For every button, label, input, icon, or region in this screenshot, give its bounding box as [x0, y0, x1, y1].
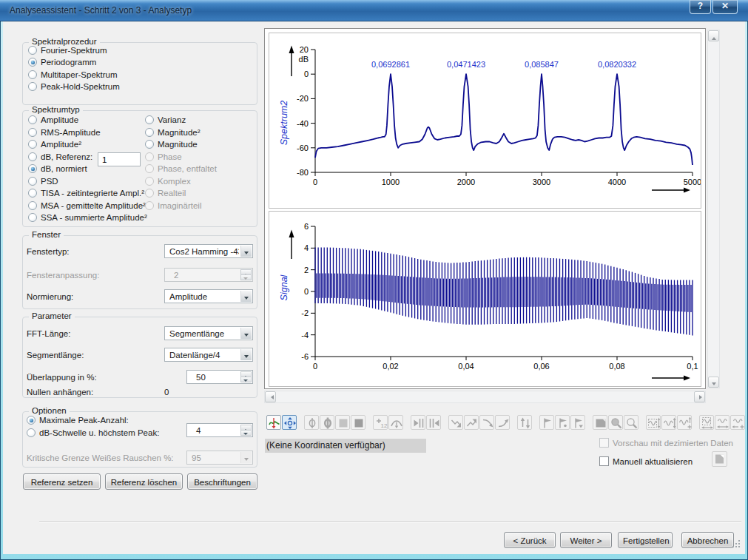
beschriftungen-button[interactable]: Beschriftungen — [187, 473, 257, 490]
svg-text:0,0820332: 0,0820332 — [598, 60, 636, 69]
radio-ssa-summierte-amplitude²[interactable]: SSA - summierte Amplitude² — [28, 212, 147, 223]
radio-circle-icon[interactable] — [27, 428, 36, 437]
radio-label: SSA - summierte Amplitude² — [41, 213, 147, 222]
radio-circle-icon[interactable] — [28, 58, 37, 67]
finish-button[interactable]: Fertigstellen — [618, 532, 673, 548]
spin-down-icon[interactable] — [240, 430, 252, 436]
spectrum-chart[interactable]: 200-20-40-60-80dB0100020003000400050000,… — [269, 33, 701, 209]
close-button[interactable]: ✕ — [712, 0, 738, 14]
radio-circle-icon[interactable] — [27, 416, 36, 425]
radio-multitaper-spektrum[interactable]: Multitaper-Spektrum — [28, 70, 118, 80]
spin-down-icon[interactable] — [240, 377, 252, 382]
radio-circle-icon[interactable] — [28, 82, 37, 91]
add-index-label-icon: 12 — [373, 415, 388, 430]
scroll-down-button[interactable] — [708, 377, 719, 388]
radio-label: Magnitude — [158, 140, 198, 149]
scroll-up-button[interactable] — [708, 30, 719, 41]
scroll-left-button[interactable] — [265, 391, 276, 402]
radio-circle-icon[interactable] — [28, 128, 37, 137]
chevron-down-icon[interactable] — [240, 328, 252, 339]
svg-text:0,085847: 0,085847 — [525, 60, 559, 69]
svg-text:0,02: 0,02 — [383, 362, 398, 371]
back-button[interactable]: < Zurück — [504, 532, 556, 548]
radio-periodogramm[interactable]: Periodogramm — [28, 57, 96, 67]
radio-circle-icon[interactable] — [28, 46, 37, 55]
scroll-right-button[interactable] — [694, 391, 705, 402]
radio-circle-icon[interactable] — [28, 189, 37, 198]
referenz-setzen-button[interactable]: Referenz setzen — [23, 473, 101, 490]
triangle-down-icon — [712, 382, 716, 388]
svg-text:20: 20 — [300, 45, 309, 54]
group-label: Spektrumtyp — [29, 105, 83, 114]
radio-circle-icon[interactable] — [28, 140, 37, 149]
vertical-scrollbar[interactable] — [707, 30, 720, 388]
radio-peak-hold-spektrum[interactable]: Peak-Hold-Spektrum — [28, 81, 120, 92]
titlebar[interactable]: Analyseassistent - Schritt 2 von 3 - Ana… — [0, 0, 748, 21]
data-cursor-icon[interactable] — [266, 415, 281, 430]
chevron-down-icon[interactable] — [240, 349, 252, 360]
radio-circle-icon[interactable] — [28, 70, 37, 79]
normierung-value: Amplitude — [169, 292, 239, 301]
chart-scroll-area[interactable]: 200-20-40-60-80dB0100020003000400050000,… — [264, 28, 706, 389]
phase-cursor-icon — [304, 415, 319, 430]
max-peaks-spinner[interactable]: 4 — [186, 423, 253, 437]
manual-update-checkbox[interactable] — [599, 456, 609, 466]
radio-circle-icon[interactable] — [28, 152, 37, 161]
segmentlaenge-combobox[interactable]: Datenlänge/4 — [164, 348, 253, 362]
radio-circle-icon[interactable] — [145, 128, 154, 137]
kritische-grenze-label: Kritische Grenze Weißes Rauschen %: — [27, 453, 174, 463]
radio-tisa-zeitintegrierte-ampl-²[interactable]: TISA - zeitintegrierte Ampl.² — [28, 188, 144, 198]
chevron-down-icon[interactable] — [240, 246, 252, 257]
radio-label: Magnitude² — [158, 128, 201, 137]
radio-maximale-peak-anzahl[interactable]: Maximale Peak-Anzahl: — [27, 415, 129, 425]
signal-chart[interactable]: 6420-2-4-600,020,040,060,080,1Signal — [269, 211, 701, 387]
radio-amplitude[interactable]: Amplitude — [28, 115, 78, 125]
next-button[interactable]: Weiter > — [560, 532, 612, 548]
radio-fourier-spektrum[interactable]: Fourier-Spektrum — [28, 45, 107, 55]
radio-circle-icon[interactable] — [28, 164, 37, 173]
ueberlappung-spinner[interactable]: 50 — [186, 370, 253, 384]
radio-circle-icon[interactable] — [145, 140, 154, 149]
radio-magnitude²[interactable]: Magnitude² — [145, 127, 201, 138]
svg-text:0: 0 — [304, 287, 309, 296]
svg-text:0,0692861: 0,0692861 — [371, 60, 410, 69]
svg-text:4000: 4000 — [608, 178, 626, 186]
radio-label: Fourier-Spektrum — [41, 46, 107, 55]
radio-magnitude[interactable]: Magnitude — [145, 139, 198, 149]
normierung-combobox[interactable]: Amplitude — [164, 289, 253, 303]
svg-text:0: 0 — [313, 362, 317, 371]
chevron-down-icon[interactable] — [240, 291, 252, 302]
radio-phase: Phase — [145, 152, 182, 162]
radio-db-referenz[interactable]: dB, Referenz: — [28, 152, 92, 162]
radio-circle-icon[interactable] — [28, 115, 37, 124]
help-button[interactable]: ? — [690, 0, 711, 14]
radio-circle-icon[interactable] — [145, 115, 154, 124]
radio-amplitude²[interactable]: Amplitude² — [28, 139, 81, 149]
radio-label: Realteil — [158, 189, 186, 198]
radio-db-normiert[interactable]: dB, normiert — [28, 163, 87, 174]
svg-text:Signal: Signal — [279, 274, 289, 300]
horizontal-scrollbar[interactable] — [264, 391, 706, 403]
radio-db-schwelle-u-höchstem-peak[interactable]: dB-Schwelle u. höchstem Peak: — [27, 428, 159, 438]
nullen-value: 0 — [164, 387, 169, 397]
svg-text:0: 0 — [313, 178, 317, 186]
snap-right-icon — [426, 415, 441, 430]
radio-rms-amplitude[interactable]: RMS-Amplitude — [28, 127, 101, 138]
referenz-loeschen-button[interactable]: Referenz löschen — [105, 473, 183, 490]
radio-psd[interactable]: PSD — [28, 176, 58, 186]
group-label: Fenster — [29, 230, 64, 239]
radio-circle-icon[interactable] — [28, 213, 37, 222]
cancel-button[interactable]: Abbrechen — [681, 532, 734, 548]
manual-update-label: Manuell aktualisieren — [613, 457, 693, 466]
fensteranpassung-value: 2 — [174, 271, 178, 280]
ueberlappung-label: Überlappung in %: — [27, 372, 97, 382]
radio-circle-icon[interactable] — [28, 177, 37, 186]
radio-circle-icon[interactable] — [28, 201, 37, 210]
fft-laenge-combobox[interactable]: Segmentlänge — [164, 326, 253, 340]
radio-msa-gemittelte-amplitude²[interactable]: MSA - gemittelte Amplitude² — [28, 200, 146, 211]
autoscale-icon[interactable] — [282, 415, 297, 430]
db-reference-input[interactable] — [98, 152, 141, 166]
resize-grip-icon[interactable] — [730, 537, 741, 549]
fenstertyp-combobox[interactable]: Cos2 Hamming -43dB W=2 — [164, 244, 253, 258]
radio-varianz[interactable]: Varianz — [145, 115, 186, 125]
